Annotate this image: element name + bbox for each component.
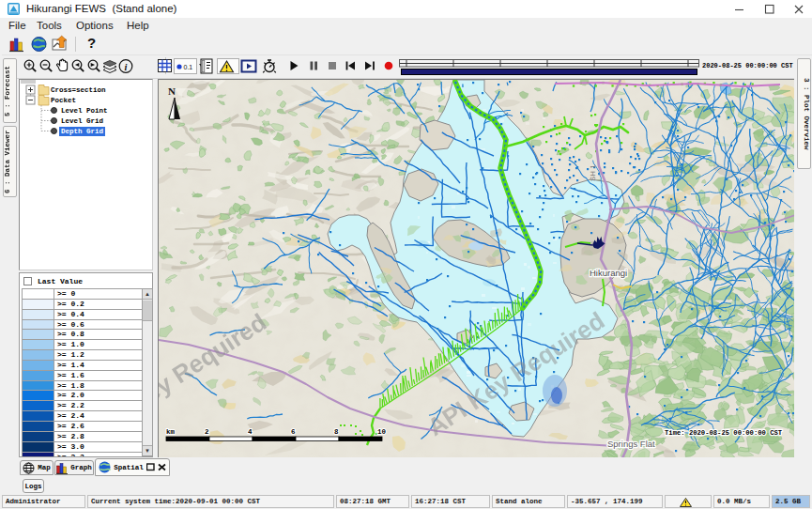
svg-text:SH 1: SH 1 — [589, 164, 597, 181]
svg-text:Springs Flat: Springs Flat — [607, 439, 655, 449]
svg-text:Hikurangi: Hikurangi — [590, 268, 627, 278]
svg-text:i: i — [125, 62, 128, 72]
svg-text:2: 2 — [205, 428, 209, 436]
svg-text:N: N — [168, 85, 176, 97]
svg-text:Time: 2020-08-25 00:00:00 CST: Time: 2020-08-25 00:00:00 CST — [665, 429, 783, 437]
svg-text:0.1: 0.1 — [184, 64, 193, 70]
svg-text:4: 4 — [248, 428, 253, 436]
svg-text:10: 10 — [377, 428, 387, 436]
svg-text:8: 8 — [334, 428, 339, 436]
svg-text:6: 6 — [291, 428, 296, 436]
svg-text:km: km — [166, 428, 176, 436]
